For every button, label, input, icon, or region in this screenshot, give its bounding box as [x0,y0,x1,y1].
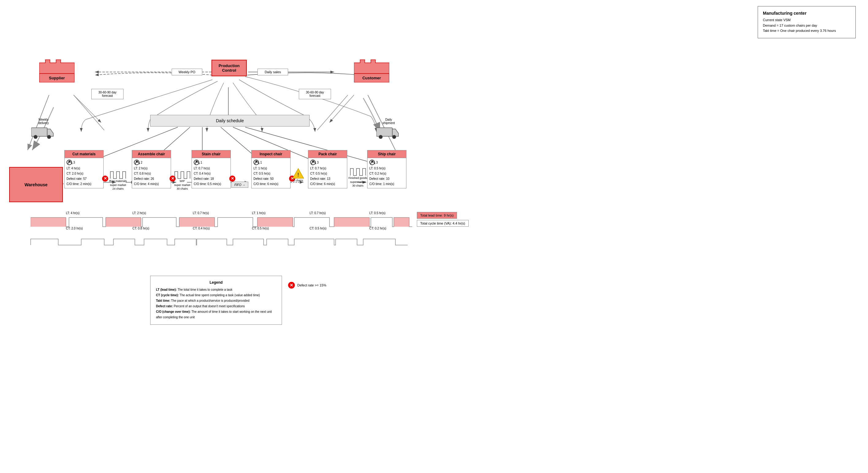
svg-rect-42 [257,218,293,227]
process-stain-header: Stain chair [192,150,230,158]
defect-value: Defect rate: 26 ✕ [134,176,169,181]
weekly-po-label: Weekly PO [179,70,195,74]
daily-sales-box: Daily sales [257,69,288,75]
customer-factory: Customer [354,57,389,83]
daily-schedule-box: Daily schedule [150,115,310,127]
production-control-box: ProductionControl [212,60,247,76]
process-cut-materials: Cut materials 3 LT: 4 hr(s) CT: 2.0 hr(s… [64,150,103,188]
svg-rect-43 [334,218,369,227]
info-box: Manufacturing center Current state VSM D… [758,6,856,38]
process-ship-header: Ship chair [368,150,406,158]
svg-rect-39 [31,218,66,227]
info-line3: Takt time = One chair produced every 3.7… [763,28,850,34]
weekly-delivery-truck: Weeklydelivery [31,118,56,139]
operator-icon [369,160,375,165]
total-cycle-time-label: Total cycle time (VA): 4.4 hr(s) [420,221,465,225]
lt-value: LT: 0.7 hr(s) [310,166,345,171]
operator-icon [66,160,72,165]
buffer-wip-label: WIPsuper market30 chairs [172,179,192,191]
operator-count: 1 [260,160,262,165]
process-assemble-chair: Assemble chair 2 LT: 2 hr(s) CT: 0.8 hr(… [132,150,171,188]
prod-control-label: ProductionControl [219,63,240,73]
warehouse-label: Warehouse [25,182,48,187]
process-cut-materials-body: 3 LT: 4 hr(s) CT: 2.0 hr(s) Defect rate:… [65,158,103,188]
co-value: C/O time: 6 min(s) [253,181,288,187]
defect-value: Defect rate: 10 [369,176,404,181]
buffer-raw-materials: Raw materialssuper market24 chairs [105,170,130,191]
process-stain-body: 1 LT: 0.7 hr(s) CT: 0.4 hr(s) Defect rat… [192,158,230,188]
buffer-raw-label: Raw materialssuper market24 chairs [105,179,130,191]
defect-legend-label: Defect rate >= 15% [297,283,327,287]
operator-icon [194,160,199,165]
process-inspect-header: Inspect chair [252,150,290,158]
total-cycle-time-box: Total cycle time (VA): 4.4 hr(s) [417,220,469,227]
defect-legend: ✕ Defect rate >= 15% [288,282,327,289]
legend-item-co: C/O (change over time): The amount of ti… [156,309,276,320]
defect-value: Defect rate: 57 ✕ [66,176,101,181]
lt-value: LT: 0.7 hr(s) [194,166,229,171]
weekly-po-box: Weekly PO [172,69,202,75]
process-assemble-body: 2 LT: 2 hr(s) CT: 0.8 hr(s) Defect rate:… [132,158,171,188]
ct-value: CT: 0.8 hr(s) [134,171,169,176]
svg-rect-44 [394,218,409,227]
lt-value: LT: 0.5 hr(s) [369,166,404,171]
forecast-right-box: 30-60-90 day forecast [299,89,331,99]
svg-rect-40 [106,218,141,227]
process-stain-chair: Stain chair 1 LT: 0.7 hr(s) CT: 0.4 hr(s… [192,150,231,188]
legend-item-lt: LT (lead time): The total time it takes … [156,287,276,292]
process-ship-body: 3 LT: 0.5 hr(s) CT: 0.2 hr(s) Defect rat… [368,158,406,188]
operator-count: 3 [376,160,378,165]
ct-value: CT: 0.5 hr(s) [253,171,288,176]
process-ship-chair: Ship chair 3 LT: 0.5 hr(s) CT: 0.2 hr(s)… [367,150,406,188]
daily-sales-label: Daily sales [265,70,281,74]
svg-point-32 [47,135,51,139]
info-line1: Current state VSM [763,18,850,23]
svg-marker-28 [354,60,389,73]
process-inspect-chair: Inspect chair 1 LT: 1 hr(s) CT: 0.5 hr(s… [251,150,290,188]
operator-count: 1 [200,160,202,165]
svg-rect-33 [376,128,392,136]
ct-value: CT: 2.0 hr(s) [66,171,101,176]
svg-line-7 [317,95,348,130]
supplier-label: Supplier [39,73,74,83]
daily-shipment-truck: Dailyshipment [376,118,401,139]
buffer-2-chairs-label: 2 chairs [292,179,304,182]
svg-point-36 [392,135,396,139]
process-pack-body: 3 LT: 0.7 hr(s) CT: 0.5 hr(s) Defect rat… [308,158,347,188]
buffer-wip: WIPsuper market30 chairs [172,170,192,191]
svg-line-6 [73,95,104,130]
buffer-2-chairs: ! 2 chairs [292,168,304,182]
defect-value: Defect rate: 18 ✕ [194,176,229,181]
operator-icon [134,160,140,165]
operator-icon [253,160,259,165]
operator-icon [310,160,316,165]
svg-rect-41 [179,218,215,227]
forecast-left-label: 30-60-90 day forecast [98,91,117,97]
ct-value: CT: 0.2 hr(s) [369,171,404,176]
legend-box: Legend LT (lead time): The total time it… [150,276,282,325]
process-pack-chair: Pack chair 3 LT: 0.7 hr(s) CT: 0.5 hr(s)… [308,150,347,188]
supplier-factory: Supplier [39,57,74,83]
svg-point-35 [379,135,382,139]
daily-schedule-label: Daily schedule [216,118,244,123]
operator-count: 3 [73,160,75,165]
ct-value: CT: 0.5 hr(s) [310,171,345,176]
co-value: C/O time: 4 min(s) [134,181,169,187]
customer-label: Customer [354,73,389,83]
lt-value: LT: 1 hr(s) [253,166,288,171]
ct-value: CT: 0.4 hr(s) [194,171,229,176]
co-value: C/O time: 6 min(s) [310,181,345,187]
operator-count: 3 [317,160,319,165]
svg-point-31 [34,135,37,139]
defect-badge: ✕ [229,176,236,182]
svg-marker-27 [39,60,74,73]
lt-value: LT: 2 hr(s) [134,166,169,171]
legend-item-ct: CT (cycle time): The actual time spent c… [156,292,276,298]
process-pack-header: Pack chair [308,150,347,158]
co-value: C/O time: 1 min(s) [369,181,404,187]
svg-rect-29 [31,128,47,136]
process-assemble-header: Assemble chair [132,150,171,158]
buffer-finished-goods: Finished goodssupermarket30 chairs [348,167,368,188]
buffer-finished-label: Finished goodssupermarket30 chairs [348,176,368,188]
forecast-right-label: 30-60-90 day forecast [306,91,324,97]
